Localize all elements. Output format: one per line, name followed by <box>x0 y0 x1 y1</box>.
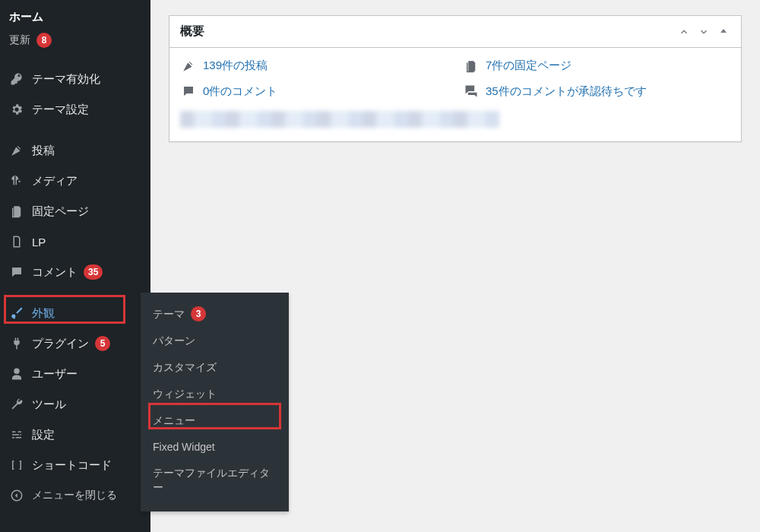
submenu-item-widgets[interactable]: ウィジェット <box>141 381 289 407</box>
sidebar-item-plugins[interactable]: プラグイン 5 <box>0 328 150 359</box>
page-icon <box>9 235 24 249</box>
user-icon <box>9 367 24 381</box>
submenu-item-fixed-widget[interactable]: Fixed Widget <box>141 434 289 461</box>
sidebar-item-posts[interactable]: 投稿 <box>0 135 150 166</box>
sidebar-label-home: ホーム <box>9 10 43 24</box>
overview-link-pages[interactable]: 7件の固定ページ <box>486 59 572 73</box>
submenu-label: ウィジェット <box>153 387 217 401</box>
sidebar-label: テーマ設定 <box>32 103 89 117</box>
submenu-item-themes[interactable]: テーマ 3 <box>141 300 289 328</box>
sidebar-label: LP <box>32 236 46 249</box>
submenu-item-patterns[interactable]: パターン <box>141 328 289 354</box>
comment-icon <box>9 265 24 279</box>
overview-link-pending[interactable]: 35件のコメントが承認待ちです <box>486 84 647 99</box>
submenu-label: メニュー <box>153 413 195 428</box>
submenu-label: テーマ <box>153 307 185 321</box>
comments-badge: 35 <box>84 264 103 280</box>
move-up-icon[interactable] <box>677 27 691 37</box>
submenu-label: パターン <box>153 334 195 348</box>
sidebar-item-updates[interactable]: 更新 8 <box>0 27 150 53</box>
move-down-icon[interactable] <box>697 27 711 37</box>
pin-icon <box>9 144 24 157</box>
sidebar-item-collapse[interactable]: メニューを閉じる <box>0 480 150 511</box>
main-content: 概要 139件の投稿 7件の固定ページ <box>150 0 760 157</box>
sidebar-item-comments[interactable]: コメント 35 <box>0 257 150 287</box>
submenu-label: カスタマイズ <box>153 360 217 375</box>
submenu-label: Fixed Widget <box>153 440 215 454</box>
sidebar-label: 外観 <box>32 306 55 321</box>
appearance-submenu: テーマ 3 パターン カスタマイズ ウィジェット メニュー Fixed Widg… <box>141 293 289 511</box>
admin-sidebar: ホーム 更新 8 テーマ有効化 テーマ設定 投稿 メディア 固定ページ <box>0 0 150 532</box>
sidebar-item-users[interactable]: ユーザー <box>0 359 150 389</box>
overview-link-posts[interactable]: 139件の投稿 <box>203 59 268 73</box>
sidebar-item-theme-settings[interactable]: テーマ設定 <box>0 94 150 125</box>
sidebar-item-shortcode[interactable]: ショートコード <box>0 450 150 480</box>
sidebar-item-pages[interactable]: 固定ページ <box>0 196 150 226</box>
overview-comments: 0件のコメント <box>180 84 448 99</box>
pin-icon <box>180 59 197 73</box>
pages-icon <box>463 59 480 73</box>
box-controls <box>677 27 730 37</box>
brackets-icon <box>9 458 24 472</box>
sidebar-label: プラグイン <box>32 337 89 351</box>
sidebar-label: メニューを閉じる <box>32 489 117 502</box>
themes-badge: 3 <box>191 306 206 321</box>
sidebar-item-theme-activation[interactable]: テーマ有効化 <box>0 64 150 94</box>
overview-title: 概要 <box>180 24 204 40</box>
sidebar-label: ツール <box>32 397 66 412</box>
submenu-item-menus[interactable]: メニュー <box>141 407 289 434</box>
sidebar-label: テーマ有効化 <box>32 72 100 87</box>
sidebar-label: 投稿 <box>32 144 55 158</box>
sidebar-label-updates: 更新 <box>9 33 30 47</box>
toggle-icon[interactable] <box>717 27 730 37</box>
redacted-text <box>180 111 499 128</box>
overview-box: 概要 139件の投稿 7件の固定ページ <box>169 15 742 142</box>
sidebar-label: 設定 <box>32 428 55 442</box>
comments-stack-icon <box>463 84 480 99</box>
sidebar-label: ユーザー <box>32 367 78 382</box>
overview-posts: 139件の投稿 <box>180 59 448 73</box>
sliders-icon <box>9 428 24 442</box>
brush-icon <box>9 306 24 320</box>
sidebar-item-tools[interactable]: ツール <box>0 389 150 420</box>
overview-pending: 35件のコメントが承認待ちです <box>463 84 730 99</box>
plugins-badge: 5 <box>95 336 110 351</box>
gear-icon <box>9 103 24 116</box>
comment-icon <box>180 84 197 98</box>
submenu-label: テーマファイルエディター <box>153 466 277 495</box>
sidebar-item-lp[interactable]: LP <box>0 226 150 257</box>
sidebar-item-media[interactable]: メディア <box>0 166 150 196</box>
sidebar-item-appearance[interactable]: 外観 <box>0 298 150 328</box>
overview-body: 139件の投稿 7件の固定ページ 0件のコメント <box>169 48 741 141</box>
sidebar-label: コメント <box>32 265 78 280</box>
sidebar-item-home[interactable]: ホーム <box>0 0 150 27</box>
sidebar-item-settings[interactable]: 設定 <box>0 420 150 450</box>
media-icon <box>9 174 24 188</box>
pages-icon <box>9 204 24 218</box>
wrench-icon <box>9 397 24 411</box>
overview-header: 概要 <box>169 16 741 48</box>
submenu-item-theme-editor[interactable]: テーマファイルエディター <box>141 460 289 501</box>
sidebar-label: メディア <box>32 174 78 188</box>
overview-pages: 7件の固定ページ <box>463 59 730 73</box>
sidebar-label: ショートコード <box>32 458 112 473</box>
sidebar-label: 固定ページ <box>32 204 89 219</box>
submenu-item-customize[interactable]: カスタマイズ <box>141 354 289 381</box>
collapse-icon <box>9 489 24 502</box>
overview-link-comments[interactable]: 0件のコメント <box>203 84 277 99</box>
plug-icon <box>9 337 24 350</box>
key-icon <box>9 72 24 86</box>
updates-badge: 8 <box>36 33 52 48</box>
